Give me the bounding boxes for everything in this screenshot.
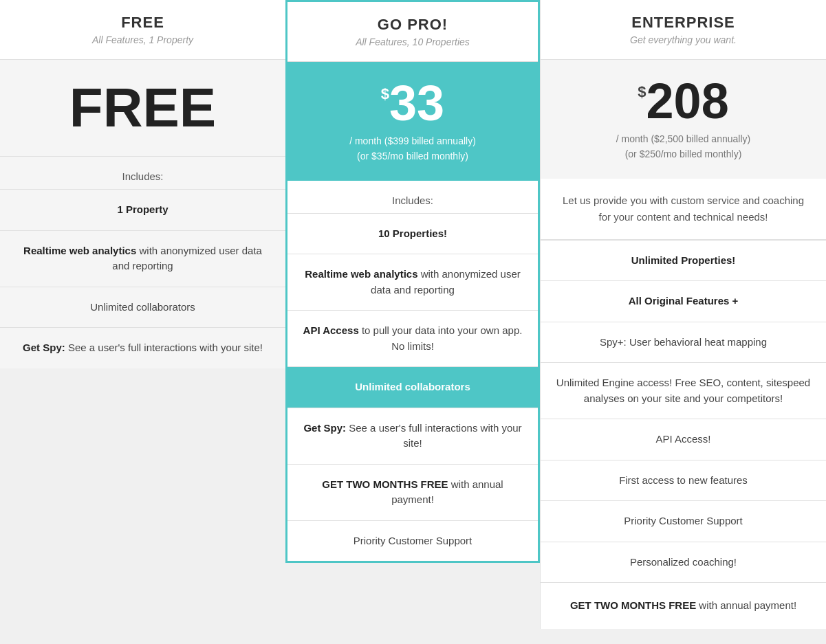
enterprise-feature-cta: GET TWO MONTHS FREE with annual payment! xyxy=(541,582,826,629)
free-feature-1property: 1 Property xyxy=(0,189,285,230)
free-feature-collaborators-text: Unlimited collaborators xyxy=(90,301,195,313)
enterprise-feature-personalized-coaching: Personalized coaching! xyxy=(541,542,826,583)
pro-plan-header: GO PRO! All Features, 10 Properties xyxy=(287,2,538,62)
enterprise-feature-unlimited-props-text: Unlimited Properties! xyxy=(631,254,736,266)
enterprise-custom-desc: Let us provide you with custom service a… xyxy=(541,179,826,240)
pro-price-period-line2: (or $35/mo billed monthly) xyxy=(301,148,524,164)
pro-price-row: $ 33 xyxy=(301,78,524,128)
enterprise-plan-name: ENTERPRISE xyxy=(547,14,819,32)
pro-feature-realtime-bold: Realtime web analytics xyxy=(305,268,417,280)
enterprise-feature-priority-support: Priority Customer Support xyxy=(541,500,826,542)
enterprise-price-big: 208 xyxy=(646,76,729,126)
enterprise-cta-rest: with annual payment! xyxy=(696,599,796,611)
enterprise-feature-personalized-coaching-text: Personalized coaching! xyxy=(630,556,737,568)
pro-plan-column: GO PRO! All Features, 10 Properties $ 33… xyxy=(285,0,540,563)
pricing-container: FREE All Features, 1 Property FREE Inclu… xyxy=(0,0,826,644)
free-feature-spy-bold: Get Spy: xyxy=(23,342,65,353)
pro-plan-name: GO PRO! xyxy=(294,16,531,34)
pro-feature-api-bold: API Access xyxy=(303,324,359,336)
enterprise-price-currency: $ xyxy=(638,83,646,101)
free-plan-name: FREE xyxy=(7,14,279,32)
free-feature-spy: Get Spy: See a user's full interactions … xyxy=(0,327,285,368)
enterprise-feature-spy-plus: Spy+: User behavioral heat mapping xyxy=(541,322,826,363)
enterprise-feature-first-access: First access to new features xyxy=(541,460,826,501)
free-feature-realtime-bold: Realtime web analytics xyxy=(23,245,136,256)
free-plan-column: FREE All Features, 1 Property FREE Inclu… xyxy=(0,0,285,368)
pro-feature-spy: Get Spy: See a user's full interactions … xyxy=(287,408,538,464)
enterprise-price-period-line2: (or $250/mo billed monthly) xyxy=(554,146,812,162)
free-feature-collaborators: Unlimited collaborators xyxy=(0,287,285,328)
enterprise-price-period: / month ($2,500 billed annually) (or $25… xyxy=(554,131,812,162)
pro-price-box: $ 33 / month ($399 billed annually) (or … xyxy=(287,62,538,181)
pro-feature-spy-rest: See a user's full interactions with your… xyxy=(346,422,521,449)
pro-price-period: / month ($399 billed annually) (or $35/m… xyxy=(301,133,524,164)
free-feature-realtime: Realtime web analytics with anonymized u… xyxy=(0,230,285,287)
pro-price-period-line1: / month ($399 billed annually) xyxy=(301,133,524,148)
enterprise-feature-priority-support-text: Priority Customer Support xyxy=(624,515,743,526)
free-feature-spy-rest: See a user's full interactions with your… xyxy=(65,342,263,353)
free-price-big: FREE xyxy=(14,80,272,135)
enterprise-price-period-line1: / month ($2,500 billed annually) xyxy=(554,131,812,146)
enterprise-feature-all-original: All Original Features + xyxy=(541,280,826,322)
pro-feature-collaborators-text: Unlimited collaborators xyxy=(355,381,470,392)
free-plan-subtitle: All Features, 1 Property xyxy=(7,34,279,45)
enterprise-price-row: $ 208 xyxy=(554,76,812,126)
enterprise-price-box: $ 208 / month ($2,500 billed annually) (… xyxy=(541,60,826,179)
pro-feature-priority-support-text: Priority Customer Support xyxy=(354,535,472,546)
pro-feature-twomonths-bold: GET TWO MONTHS FREE xyxy=(322,478,448,490)
enterprise-cta-bold: GET TWO MONTHS FREE xyxy=(570,599,696,611)
pro-feature-spy-bold: Get Spy: xyxy=(303,422,346,434)
pro-includes-label: Includes: xyxy=(287,181,538,213)
enterprise-plan-subtitle: Get everything you want. xyxy=(547,34,819,45)
pro-feature-collaborators: Unlimited collaborators xyxy=(287,366,538,408)
free-price-box: FREE xyxy=(0,60,285,156)
enterprise-feature-first-access-text: First access to new features xyxy=(619,474,748,486)
pro-feature-api-rest: to pull your data into your own app. No … xyxy=(359,324,523,352)
pro-feature-10properties-text: 10 Properties! xyxy=(378,227,447,239)
free-features-list: Includes: 1 Property Realtime web analyt… xyxy=(0,156,285,368)
enterprise-feature-unlimited-props: Unlimited Properties! xyxy=(541,240,826,281)
enterprise-feature-all-original-text: All Original Features + xyxy=(629,295,739,307)
enterprise-feature-api-text: API Access! xyxy=(655,433,710,445)
pro-price-big: 33 xyxy=(389,78,444,128)
enterprise-plan-column: ENTERPRISE Get everything you want. $ 20… xyxy=(540,0,826,629)
pro-feature-twomonths: GET TWO MONTHS FREE with annual payment! xyxy=(287,464,538,520)
pro-feature-api: API Access to pull your data into your o… xyxy=(287,310,538,366)
enterprise-feature-api: API Access! xyxy=(541,419,826,460)
enterprise-plan-header: ENTERPRISE Get everything you want. xyxy=(541,0,826,60)
free-plan-header: FREE All Features, 1 Property xyxy=(0,0,285,60)
enterprise-feature-engine: Unlimited Engine access! Free SEO, conte… xyxy=(541,362,826,419)
free-includes-label: Includes: xyxy=(0,157,285,189)
pro-feature-10properties: 10 Properties! xyxy=(287,213,538,254)
pro-features-list: Includes: 10 Properties! Realtime web an… xyxy=(287,181,538,562)
pro-feature-priority-support: Priority Customer Support xyxy=(287,520,538,562)
pro-plan-subtitle: All Features, 10 Properties xyxy=(294,36,531,47)
enterprise-feature-spy-plus-text: Spy+: User behavioral heat mapping xyxy=(600,336,767,348)
pro-feature-realtime: Realtime web analytics with anonymized u… xyxy=(287,254,538,310)
enterprise-features-list: Let us provide you with custom service a… xyxy=(541,179,826,629)
free-feature-1property-text: 1 Property xyxy=(117,203,168,215)
enterprise-feature-engine-text: Unlimited Engine access! Free SEO, conte… xyxy=(556,377,810,404)
pro-price-currency: $ xyxy=(381,85,389,103)
